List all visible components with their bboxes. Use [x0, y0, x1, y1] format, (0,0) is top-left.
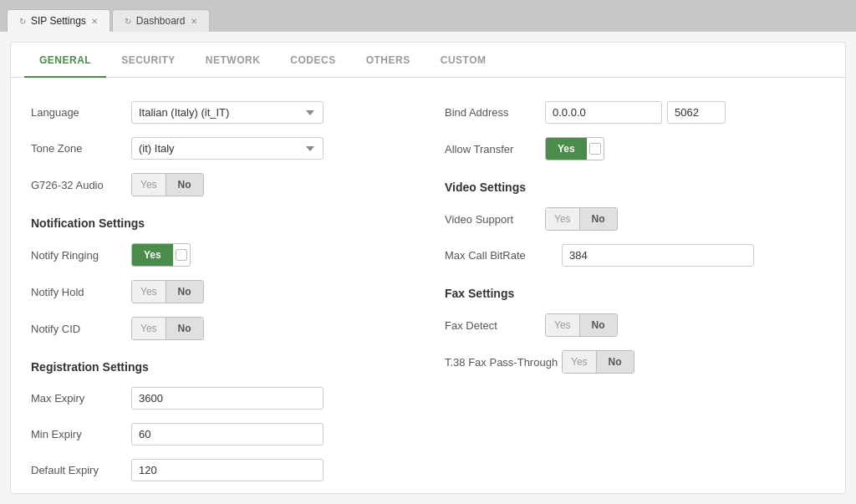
video-support-yes-btn[interactable]: Yes: [546, 208, 579, 230]
notify-ringing-toggle[interactable]: Yes: [131, 243, 191, 267]
min-expiry-label: Min Expiry: [31, 428, 131, 440]
default-expiry-row: Default Expiry: [31, 452, 411, 486]
notify-ringing-slider: [176, 249, 187, 261]
refresh-icon-sip[interactable]: ↻: [19, 17, 26, 26]
notify-ringing-label: Notify Ringing: [31, 249, 131, 262]
video-support-no-btn[interactable]: No: [579, 208, 617, 230]
video-support-label: Video Support: [445, 213, 545, 226]
allow-transfer-label: Allow Transfer: [445, 143, 545, 155]
tab-dashboard[interactable]: ↻ Dashboard ✕: [112, 9, 210, 32]
notify-hold-label: Notify Hold: [31, 286, 131, 298]
notify-cid-toggle[interactable]: Yes No: [131, 317, 204, 340]
tab-dashboard-label: Dashboard: [136, 15, 186, 27]
notify-cid-no-btn[interactable]: No: [166, 318, 203, 339]
allow-transfer-slider: [589, 143, 601, 155]
g726-toggle[interactable]: Yes No: [131, 173, 204, 196]
t38-yes-btn[interactable]: Yes: [563, 351, 596, 373]
close-icon-dashboard[interactable]: ✕: [191, 17, 197, 26]
refresh-icon-dashboard[interactable]: ↻: [125, 17, 131, 26]
notify-hold-yes-btn[interactable]: Yes: [132, 281, 166, 303]
language-row: Language Italian (Italy) (it_IT): [31, 94, 411, 130]
t38-no-btn[interactable]: No: [596, 351, 634, 373]
nav-tab-custom[interactable]: CUSTOM: [425, 43, 502, 78]
allow-transfer-toggle[interactable]: Yes: [545, 137, 604, 160]
max-expiry-label: Max Expiry: [31, 392, 131, 405]
max-expiry-row: Max Expiry: [31, 380, 411, 416]
tone-zone-select[interactable]: (it) Italy: [131, 137, 324, 160]
max-call-bitrate-input[interactable]: [562, 244, 754, 267]
notification-header: Notification Settings: [31, 203, 411, 237]
default-expiry-input[interactable]: [131, 459, 324, 481]
allow-transfer-yes-btn[interactable]: Yes: [546, 138, 587, 160]
tab-sip-settings[interactable]: ↻ SIP Settings ✕: [7, 9, 110, 32]
bind-address-ip-input[interactable]: [545, 101, 662, 124]
nav-tab-network[interactable]: NETWORK: [191, 43, 276, 78]
tab-sip-settings-label: SIP Settings: [31, 15, 86, 27]
language-select[interactable]: Italian (Italy) (it_IT): [131, 101, 324, 124]
video-header: Video Settings: [445, 167, 825, 201]
bind-address-row: Bind Address: [445, 94, 825, 130]
video-support-toggle[interactable]: Yes No: [545, 207, 618, 231]
notify-hold-row: Notify Hold Yes No: [31, 273, 411, 310]
notify-ringing-yes-btn[interactable]: Yes: [132, 244, 173, 266]
nav-tab-general[interactable]: GENERAL: [24, 43, 106, 78]
notify-cid-row: Notify CID Yes No: [31, 310, 411, 347]
language-label: Language: [31, 106, 131, 119]
fax-header: Fax Settings: [445, 273, 825, 307]
left-column: Language Italian (Italy) (it_IT) Tone Zo…: [31, 94, 411, 486]
allow-transfer-row: Allow Transfer Yes: [445, 130, 825, 167]
bind-address-label: Bind Address: [445, 106, 545, 119]
notify-ringing-row: Notify Ringing Yes: [31, 237, 411, 273]
max-call-bitrate-row: Max Call BitRate: [445, 237, 825, 273]
fax-detect-label: Fax Detect: [445, 319, 545, 332]
nav-tab-security[interactable]: SECURITY: [106, 43, 191, 78]
tone-zone-row: Tone Zone (it) Italy: [31, 130, 411, 166]
bind-address-group: [545, 101, 726, 124]
registration-header: Registration Settings: [31, 347, 411, 380]
max-call-bitrate-label: Max Call BitRate: [445, 249, 562, 262]
notify-hold-no-btn[interactable]: No: [166, 281, 203, 303]
fax-detect-toggle[interactable]: Yes No: [545, 313, 618, 337]
min-expiry-row: Min Expiry: [31, 416, 411, 452]
g726-row: G726-32 Audio Yes No: [31, 166, 411, 203]
close-icon-sip[interactable]: ✕: [91, 17, 98, 26]
nav-tab-codecs[interactable]: CODECS: [275, 43, 350, 78]
t38-row: T.38 Fax Pass-Through Yes No: [445, 344, 825, 380]
video-support-row: Video Support Yes No: [445, 201, 825, 237]
nav-tabs: GENERAL SECURITY NETWORK CODECS OTHERS C…: [11, 43, 845, 78]
fax-detect-no-btn[interactable]: No: [579, 314, 617, 336]
right-column: Bind Address Allow Transfer Yes Video Se: [445, 94, 825, 486]
settings-panel: GENERAL SECURITY NETWORK CODECS OTHERS C…: [10, 42, 846, 494]
notify-cid-label: Notify CID: [31, 323, 131, 335]
min-expiry-input[interactable]: [131, 423, 324, 445]
settings-content: Language Italian (Italy) (it_IT) Tone Zo…: [11, 78, 845, 486]
notify-cid-yes-btn[interactable]: Yes: [132, 318, 166, 339]
tone-zone-label: Tone Zone: [31, 142, 131, 155]
t38-toggle[interactable]: Yes No: [562, 350, 634, 374]
tab-bar: ↻ SIP Settings ✕ ↻ Dashboard ✕: [0, 0, 856, 32]
t38-label: T.38 Fax Pass-Through: [445, 356, 562, 369]
max-expiry-input[interactable]: [131, 387, 324, 410]
fax-detect-yes-btn[interactable]: Yes: [546, 314, 579, 336]
g726-yes-btn[interactable]: Yes: [132, 174, 166, 196]
nav-tab-others[interactable]: OTHERS: [351, 43, 425, 78]
notify-hold-toggle[interactable]: Yes No: [131, 280, 204, 303]
g726-no-btn[interactable]: No: [166, 174, 203, 196]
bind-address-port-input[interactable]: [667, 101, 726, 124]
g726-label: G726-32 Audio: [31, 179, 131, 191]
default-expiry-label: Default Expiry: [31, 464, 131, 476]
fax-detect-row: Fax Detect Yes No: [445, 307, 825, 344]
main-content: GENERAL SECURITY NETWORK CODECS OTHERS C…: [0, 32, 856, 504]
